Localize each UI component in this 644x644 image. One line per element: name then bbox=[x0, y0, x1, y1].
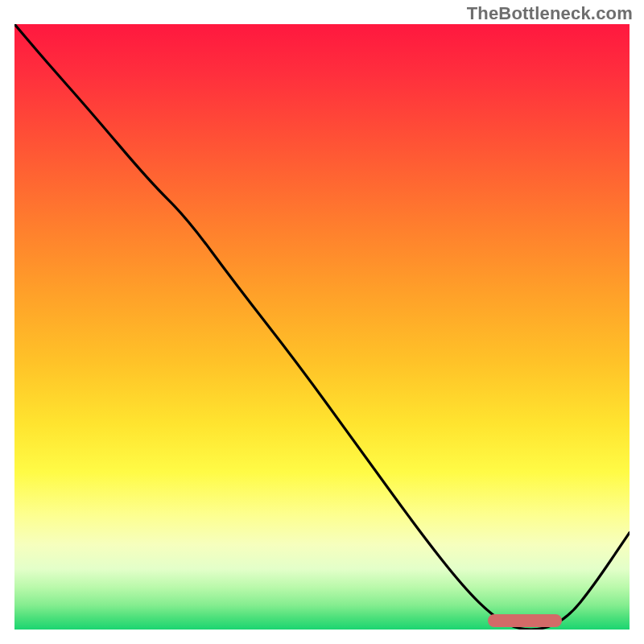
chart-container: TheBottleneck.com bbox=[0, 0, 644, 644]
plot-area bbox=[14, 24, 630, 630]
watermark-text: TheBottleneck.com bbox=[467, 3, 633, 24]
highlight-bar bbox=[488, 614, 562, 627]
curve-svg bbox=[14, 24, 630, 630]
curve-path bbox=[14, 24, 630, 630]
